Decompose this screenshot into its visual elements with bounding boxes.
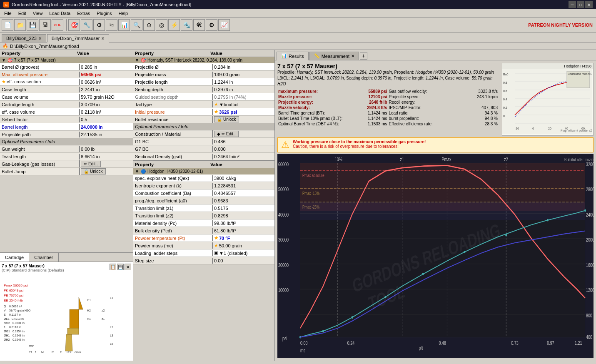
toolbar-tool3[interactable]: 📊: [118, 19, 130, 31]
result-tab-results[interactable]: 📊 Results: [277, 52, 309, 60]
mid-row-proj-len: Projectile length 1.2244 in: [133, 78, 274, 86]
svg-text:f: f: [35, 351, 36, 354]
patreon-label: PATREON NIGHTLY VERSION: [528, 22, 593, 27]
svg-text:0.97: 0.97: [547, 340, 554, 346]
metric-proj-speed-label: Projectile speed:: [389, 95, 420, 99]
construction-edit-button[interactable]: ◆ ✏ Edit..: [214, 131, 239, 137]
bullet-resist-unlock-button[interactable]: 🔒 Unlock: [214, 116, 239, 122]
menu-load-data[interactable]: Load Data: [46, 10, 74, 17]
menu-help[interactable]: Help: [115, 10, 131, 17]
metric-obt-value: 1.1533 ms: [368, 122, 387, 126]
add-tab-button[interactable]: +: [360, 52, 367, 60]
toolbar-tool2[interactable]: ⚙: [93, 19, 105, 31]
warning-icon: ⚠: [281, 140, 289, 150]
svg-text:L3: L3: [110, 334, 113, 337]
svg-text:59.70 grain H2O: 59.70 grain H2O: [9, 309, 31, 312]
document-tabs: BillyDixon_223 ✕ BillyDixon_7mmMauser ✕: [0, 32, 596, 42]
menu-view[interactable]: View: [30, 10, 46, 17]
svg-text:1600: 1600: [586, 262, 594, 268]
tab-cartridge[interactable]: Cartridge: [0, 253, 29, 262]
menu-file[interactable]: File: [1, 10, 15, 17]
mid-row-init-pressure: Initial pressure ★ 3626 psi: [133, 108, 274, 116]
menu-extras[interactable]: Extras: [74, 10, 93, 17]
tab-billy223[interactable]: BillyDixon_223 ✕: [2, 34, 46, 42]
svg-rect-115: [300, 202, 585, 220]
cart-ctrl-close[interactable]: ✕: [125, 264, 131, 270]
close-button[interactable]: ✕: [585, 1, 593, 8]
prop-row-case-volume: Case volume 59.70 grain H2O: [0, 93, 133, 101]
metric-load-ratio-value: 94.3 %: [485, 111, 498, 115]
mid-name-guided-seating: Guided seating depth: [133, 94, 212, 100]
gas-leakage-edit-button[interactable]: ✏ Edit..: [81, 161, 101, 167]
bullet-jump-unlock-button[interactable]: 🔒 Unlock: [81, 168, 106, 175]
prop-val-sebert: 0.5: [79, 117, 133, 122]
mid-row-seating-depth: Seating depth 0.3976 in: [133, 86, 274, 93]
toolbar-save2[interactable]: 🖫: [39, 19, 51, 31]
toolbar-tool9[interactable]: 🛠: [193, 19, 205, 31]
toolbar-settings[interactable]: ⚙: [206, 19, 217, 31]
toolbar-weight[interactable]: kg: [106, 19, 117, 31]
svg-text:0.0118 in: 0.0118 in: [9, 326, 21, 329]
mid-row-guided-seating: Guided seating depth 0.2795 in (74%): [133, 93, 274, 101]
svg-text:psi: psi: [282, 335, 287, 341]
svg-text:emin: emin: [75, 351, 81, 354]
prop-row-barrel-dia: Barrel Ø (grooves) 0.285 in: [0, 63, 133, 71]
mid-section-title[interactable]: ▼ 🎯 Hornady, SST InterLock 28202, 0.284,…: [133, 57, 274, 63]
minimize-button[interactable]: ─: [569, 1, 576, 8]
mid-low-row-11: Step size 0.00: [133, 257, 274, 264]
toolbar-tool1[interactable]: 🔧: [81, 19, 92, 31]
metric-eff-rate-label: Effective efficiency rate:: [389, 122, 433, 126]
toolbar-pdf[interactable]: PDF: [52, 19, 63, 31]
metric-gas-vel: Gas outflow velocity: 3323.8 ft/s: [388, 89, 499, 94]
toolbar-tool8[interactable]: 🔩: [181, 19, 192, 31]
warning-sub-text: Caution, there is a risk of overpressure…: [293, 144, 426, 149]
svg-rect-25: [67, 328, 79, 334]
menu-plugins[interactable]: Plugins: [93, 10, 115, 17]
result-tab-measurement[interactable]: 📏 Measurement ✕: [309, 52, 359, 60]
tab-billy7mm[interactable]: BillyDixon_7mmMauser ✕: [47, 34, 110, 42]
toolbar-save[interactable]: 💾: [27, 19, 38, 31]
svg-text:ØH1: ØH1: [4, 334, 10, 337]
metric-barrel-time: Barrel Time general (BT): 1.1424 ms: [277, 110, 388, 116]
left-section-title[interactable]: ▼ 🎯 7 x 57 (7 x 57 Mauser): [0, 57, 133, 63]
left-panel: Property Value ▼ 🎯 7 x 57 (7 x 57 Mauser…: [0, 50, 133, 361]
mid-row-bullet-resist: Bullet resistance 🔒 Unlock: [133, 116, 274, 123]
result-tab-meas-close[interactable]: ✕: [351, 54, 354, 58]
svg-text:50000: 50000: [278, 187, 289, 192]
svg-text:fi: fi: [4, 326, 5, 329]
prop-val-twist: 8.6614 in: [79, 154, 133, 160]
toolbar-chart[interactable]: 📈: [218, 19, 230, 31]
tab-billy223-close[interactable]: ✕: [38, 36, 42, 41]
svg-rect-24: [70, 309, 79, 328]
menu-edit[interactable]: Edit: [15, 10, 30, 17]
mid-lower-section-title[interactable]: ▼ 🔵 Hodgdon H4350 (2020-12-01): [133, 168, 274, 175]
maximize-button[interactable]: □: [577, 1, 584, 8]
cart-ctrl-copy[interactable]: 📋: [110, 264, 116, 270]
mid-lower-col2: Value: [210, 162, 273, 167]
cart-ctrl-save[interactable]: 💾: [117, 264, 124, 270]
mid-name-sectional-density: Sectional Density (gsd): [133, 154, 212, 160]
mid-row-proj-mass: Projectile mass 139.00 grain: [133, 71, 274, 78]
toolbar-open[interactable]: 📁: [14, 19, 26, 31]
prop-name-case-volume: Case volume: [0, 94, 79, 100]
toolbar-tool4[interactable]: 🔍: [131, 19, 142, 31]
metric-recoil-label: Recoil energy:: [389, 100, 416, 105]
toolbar-tool7[interactable]: ⚡: [168, 19, 180, 31]
mid-name-tail-type: Tail type: [133, 102, 212, 107]
tab-chamber[interactable]: Chamber: [29, 253, 58, 262]
right-panel: 📊 Results 📏 Measurement ✕ + 7 x 57 (7 x …: [275, 50, 596, 361]
toolbar-new[interactable]: 📄: [2, 19, 13, 31]
toolbar-tool5[interactable]: ⊙: [143, 19, 155, 31]
tab-billy7mm-close[interactable]: ✕: [101, 36, 105, 41]
svg-text:0.0331 in: 0.0331 in: [12, 322, 25, 324]
metric-gas-vel-label: Gas outflow velocity:: [389, 89, 427, 94]
mid-low-row-6: Material density (Pc) 99.88 lb/ft³: [133, 219, 274, 227]
mid-name-proj-dia: Projectile Ø: [133, 64, 212, 70]
svg-text:0.8: 0.8: [503, 81, 507, 84]
prop-row-twist: Twist length 8.6614 in: [0, 153, 133, 160]
svg-text:Pmax: Pmax: [441, 157, 451, 162]
prop-val-cross-section: 0.0626 in²: [79, 79, 133, 85]
toolbar-bullet[interactable]: 🎯: [68, 19, 80, 31]
toolbar-tool6[interactable]: ◎: [156, 19, 167, 31]
mid-row-tail-type: Tail type ★ ▼ boattail: [133, 101, 274, 108]
